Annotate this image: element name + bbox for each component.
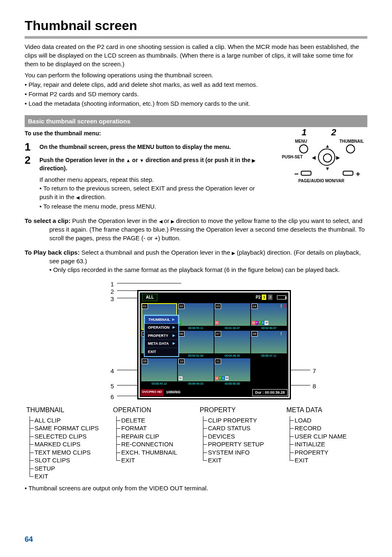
- menu-item: SAME FORMAT CLIPS: [35, 424, 106, 432]
- thumb-cell: 03M00:01:28.07: [214, 303, 250, 330]
- lcd-status-bar: DVCPRO HD 1080/60i Dur : 00:00:39.28: [140, 388, 288, 397]
- menu-item: INITIALIZE: [295, 440, 366, 448]
- menu-item: DELETE: [121, 416, 192, 425]
- thumb-cell-empty: [251, 358, 287, 385]
- popup-item-metadata: META DATA▶: [145, 340, 178, 348]
- page-plus-button-icon: [343, 171, 353, 176]
- intro-bullet: Load the metadata (shooting information,…: [25, 99, 367, 108]
- minus-icon: −: [294, 169, 299, 179]
- menu-col-operation: OPERATION DELETE FORMAT REPAIR CLIP RE-C…: [113, 406, 192, 480]
- menu-item: SETUP: [35, 464, 106, 473]
- menu-col-thumbnail: THUMBNAIL ALL CLIP SAME FORMAT CLIPS SEL…: [26, 406, 106, 480]
- arrow-up-icon: ▲: [325, 143, 330, 150]
- intro-bullet: Play, repair and delete clips, add and d…: [25, 80, 367, 89]
- thumbnail-grid: 01 02T00:00:55.11 03M00:01:28.07 04X!MPT…: [140, 302, 288, 386]
- menu-item: EXCH. THUMBNAIL: [121, 448, 192, 457]
- step-2-text: Push the Operation lever in the or direc…: [39, 155, 270, 172]
- menu-button-icon: [299, 144, 308, 153]
- popup-menu: THUMBNAIL▶ OPERATION▶ PROPERTY▶ META DAT…: [144, 315, 179, 357]
- menu-item: PROPERTY SETUP: [208, 440, 279, 448]
- menu-item: RECORD: [295, 424, 366, 432]
- triangle-down-icon: [140, 157, 144, 163]
- p2-slot-2: 2: [267, 294, 273, 300]
- page-audio-label: PAGE/AUDIO MON/VAR: [298, 178, 344, 184]
- arrow-right-icon: ▶: [336, 154, 340, 161]
- footnote: Thumbnail screens are output only from t…: [25, 484, 367, 492]
- intro-bullet: Format P2 cards and SD memory cards.: [25, 90, 367, 98]
- page-number: 64: [25, 534, 33, 545]
- plus-icon: +: [356, 169, 360, 179]
- menu-item: TEXT MEMO CLIPS: [35, 448, 106, 457]
- filter-all-tag: ALL: [142, 294, 157, 301]
- thumb-cell: 04X!MPTEW00:02:08.07: [251, 303, 287, 330]
- menu-item: LOAD: [295, 416, 366, 425]
- thumb-cell: 0900:00:45.12: [141, 358, 177, 385]
- menu-item: RE-CONNECTION: [121, 440, 192, 448]
- triangle-up-icon: [126, 157, 131, 163]
- menu-item: EXIT: [35, 472, 106, 480]
- menu-item: CARD STATUS: [208, 424, 279, 432]
- step-2-detail: If another menu appears, repeat this ste…: [39, 175, 270, 184]
- play-clip-paragraph: To Play back clips: Select a thumbnail a…: [49, 248, 367, 265]
- thumb-cell: 11MTEW00:00:00.00: [214, 358, 250, 385]
- format-tag: DVCPRO HD: [141, 389, 164, 396]
- menu-item: EXIT: [208, 456, 279, 464]
- menu-item: REPAIR CLIP: [121, 432, 192, 441]
- menu-item: FORMAT: [121, 424, 192, 432]
- play-clip-bullet: Only clips recorded in the same format a…: [49, 265, 367, 274]
- figure-callout: 6: [111, 392, 114, 401]
- push-set-label: PUSH-SET: [282, 154, 303, 160]
- page-minus-button-icon: [301, 171, 311, 176]
- joystick-icon: [318, 149, 335, 166]
- resolution-tag: 1080/60i: [164, 389, 182, 396]
- menu-item: SLOT CLIPS: [35, 456, 106, 464]
- triangle-left-icon: [159, 217, 162, 224]
- popup-item-exit: EXIT: [145, 348, 178, 356]
- menu-head: PROPERTY: [200, 406, 279, 415]
- leader-line: [117, 290, 166, 291]
- p2-status: P2 1 2: [256, 294, 286, 301]
- menu-label: MENU: [295, 139, 307, 144]
- figure-callout: 5: [111, 382, 114, 390]
- menu-item: CLIP PROPERTY: [208, 416, 279, 425]
- thumb-cell: 0600:03:51.04: [178, 331, 214, 357]
- p2-slot-1: 1: [261, 294, 267, 300]
- popup-item-operation: OPERATION▶: [145, 324, 178, 332]
- intro-paragraph: Video data created on the P2 card in one…: [25, 42, 367, 68]
- figure-callout: 3: [111, 295, 114, 303]
- lcd-figure: 1 2 3 4 5 6 7 8 ALL P2 1 2 01 02T00:00:5…: [56, 278, 336, 402]
- diagram-callout-1: 1: [302, 126, 307, 139]
- select-clip-paragraph: To select a clip: Push the Operation lev…: [49, 216, 367, 242]
- step-2-sub: To release the menu mode, press MENU.: [39, 202, 270, 211]
- step-number-1: 1: [25, 142, 39, 152]
- menu-head: OPERATION: [113, 406, 192, 415]
- menu-head: THUMBNAIL: [26, 406, 106, 415]
- menu-tree-row: THUMBNAIL ALL CLIP SAME FORMAT CLIPS SEL…: [25, 406, 367, 480]
- leader-line: [117, 283, 181, 283]
- intro-bullets: Play, repair and delete clips, add and d…: [25, 80, 367, 108]
- step-2-sub: To return to the previous screen, select…: [39, 184, 270, 201]
- popup-item-property: PROPERTY▶: [145, 332, 178, 340]
- step-2-sublist: To return to the previous screen, select…: [39, 184, 270, 211]
- triangle-right-icon: [252, 157, 255, 163]
- play-clip-bullet-item: Only clips recorded in the same format a…: [49, 265, 367, 274]
- thumbnail-button-icon: [346, 144, 355, 153]
- menu-item: SYSTEM INFO: [208, 448, 279, 457]
- thumb-cell: 10W00:09:44.03: [178, 358, 214, 385]
- leader-line: [286, 370, 310, 370]
- menu-item: DEVICES: [208, 432, 279, 441]
- popup-item-thumbnail: THUMBNAIL▶: [145, 316, 178, 324]
- thumb-cell: 02T00:00:55.11: [178, 303, 214, 330]
- battery-icon: [277, 295, 286, 299]
- lcd-screen: ALL P2 1 2 01 02T00:00:55.11 03M00:01:28…: [138, 291, 290, 398]
- control-panel-diagram: 1 2 MENU THUMBNAIL PUSH-SET PAGE/AUDIO M…: [282, 126, 372, 192]
- menu-item: ALL CLIP: [35, 416, 106, 425]
- step-number-2: 2: [25, 155, 39, 165]
- menu-item: EXIT: [295, 456, 366, 464]
- menu-col-metadata: META DATA LOAD RECORD USER CLIP NAME INI…: [286, 406, 366, 480]
- diagram-callout-2: 2: [331, 126, 336, 139]
- arrow-down-icon: ▼: [325, 165, 330, 172]
- thumbnail-label: THUMBNAIL: [339, 139, 364, 144]
- thumb-cell: 0700:04:48.26: [214, 331, 250, 357]
- figure-callout: 8: [313, 382, 316, 390]
